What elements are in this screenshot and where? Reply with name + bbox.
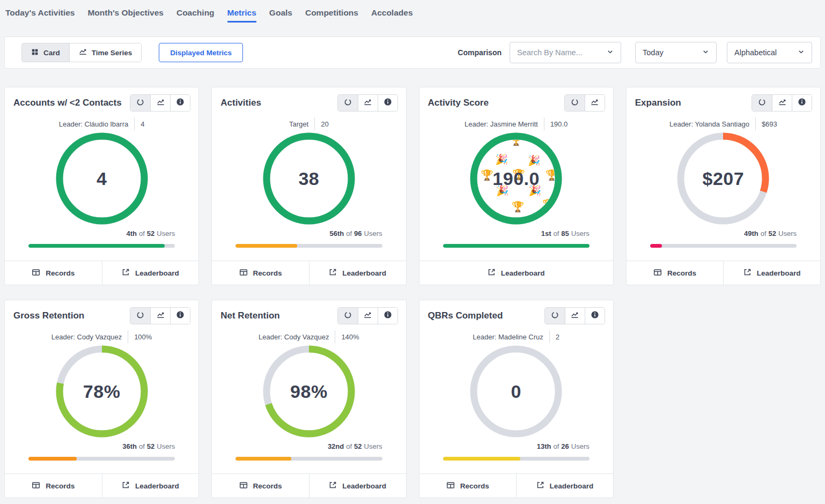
comparison-select[interactable]: Search By Name...: [510, 42, 621, 63]
chart-icon: [157, 98, 165, 108]
leader-value: 140%: [341, 333, 359, 341]
nav-tab-today-s-activities[interactable]: Today's Activities: [5, 8, 75, 23]
leader-value: 190.0: [550, 120, 568, 128]
leaderboard-label: Leaderboard: [135, 482, 179, 490]
info-icon: [384, 310, 392, 321]
external-link-icon: [122, 268, 130, 278]
rank-progress-track: [28, 244, 175, 248]
info-button[interactable]: [170, 308, 190, 324]
donut-view-button[interactable]: [565, 95, 585, 111]
card-icon-group: [337, 94, 398, 112]
rank-progress-track: [235, 457, 382, 461]
leaderboard-button[interactable]: Leaderboard: [102, 474, 199, 498]
leader-divider: [549, 330, 550, 343]
leaderboard-button[interactable]: Leaderboard: [419, 261, 613, 285]
rank-progress-track: [28, 457, 175, 461]
donut-view-button[interactable]: [130, 308, 150, 324]
rank-of-label: of: [346, 442, 352, 450]
records-button[interactable]: Records: [5, 261, 102, 285]
leader-value: 2: [556, 333, 559, 341]
top-nav: Today's ActivitiesMonth's ObjectivesCoac…: [0, 0, 825, 23]
date-filter-select[interactable]: Today: [635, 42, 717, 63]
card-title: Activity Score: [428, 98, 489, 108]
rank-users-label: Users: [364, 442, 382, 450]
info-button[interactable]: [792, 95, 812, 111]
metric-value: 190.0: [470, 132, 562, 225]
card-header: Activity Score: [419, 87, 613, 112]
sort-select[interactable]: Alphabetical: [727, 42, 812, 63]
records-button[interactable]: Records: [212, 474, 309, 498]
card-icon-group: [544, 307, 605, 324]
metric-value: 78%: [56, 345, 148, 438]
trend-view-button[interactable]: [358, 95, 378, 111]
metric-donut: 78%: [56, 345, 148, 438]
view-toggle: Card Time Series: [21, 43, 142, 62]
trend-view-button[interactable]: [358, 308, 378, 324]
nav-tab-goals[interactable]: Goals: [269, 8, 292, 23]
donut-view-button[interactable]: [545, 308, 565, 324]
records-button[interactable]: Records: [5, 474, 102, 498]
external-link-icon: [329, 268, 337, 278]
card-title: QBRs Completed: [428, 310, 503, 321]
leaderboard-button[interactable]: Leaderboard: [516, 474, 613, 498]
displayed-metrics-button[interactable]: Displayed Metrics: [159, 43, 243, 62]
leader-divider: [128, 330, 128, 343]
external-link-icon: [536, 481, 544, 491]
nav-tab-metrics[interactable]: Metrics: [227, 8, 256, 23]
trend-view-button[interactable]: [150, 308, 170, 324]
records-label: Records: [46, 482, 75, 490]
info-button[interactable]: [378, 95, 397, 111]
leaderboard-button[interactable]: Leaderboard: [102, 261, 199, 285]
card-footer: Leaderboard: [419, 261, 613, 285]
nav-tab-competitions[interactable]: Competitions: [305, 8, 358, 23]
metric-card: Activities: [211, 87, 406, 285]
records-button[interactable]: Records: [212, 261, 309, 285]
card-header: Gross Retention: [5, 300, 198, 324]
grid-icon: [31, 48, 39, 57]
rank-position: 1st: [541, 229, 551, 238]
leaderboard-button[interactable]: Leaderboard: [309, 261, 406, 285]
card-header: Accounts w/ <2 Contacts: [5, 87, 198, 112]
nav-tab-month-s-objectives[interactable]: Month's Objectives: [87, 8, 164, 23]
rank-users-label: Users: [157, 442, 175, 450]
metric-card: Net Retention: [211, 300, 406, 498]
time-series-view-button[interactable]: Time Series: [69, 43, 142, 62]
table-icon: [653, 268, 662, 278]
records-label: Records: [253, 269, 282, 277]
refresh-icon: [344, 98, 352, 108]
rank-users-label: Users: [364, 229, 382, 238]
trend-view-button[interactable]: [585, 95, 605, 111]
leaderboard-button[interactable]: Leaderboard: [723, 261, 820, 285]
leaderboard-button[interactable]: Leaderboard: [309, 474, 406, 498]
table-icon: [32, 268, 40, 278]
rank-total: 52: [147, 229, 154, 238]
trend-view-button[interactable]: [565, 308, 585, 324]
rank-row: 4th of 52 Users: [5, 229, 198, 238]
refresh-icon: [758, 98, 766, 108]
rank-row: 13th of 26 Users: [419, 442, 613, 450]
records-button[interactable]: Records: [627, 261, 724, 285]
donut-view-button[interactable]: [338, 308, 358, 324]
nav-tab-coaching[interactable]: Coaching: [176, 8, 215, 23]
info-button[interactable]: [585, 308, 605, 324]
card-footer: Records Leaderboard: [419, 473, 613, 498]
leader-divider: [335, 330, 335, 343]
trend-view-button[interactable]: [150, 95, 170, 111]
external-link-icon: [488, 268, 496, 278]
card-view-button[interactable]: Card: [22, 43, 69, 62]
card-header: QBRs Completed: [419, 300, 613, 324]
info-button[interactable]: [378, 308, 397, 324]
donut-view-button[interactable]: [130, 95, 150, 111]
rank-progress-fill: [235, 457, 291, 461]
nav-tab-accolades[interactable]: Accolades: [371, 8, 413, 23]
records-button[interactable]: Records: [419, 474, 517, 498]
refresh-icon: [551, 311, 559, 321]
leader-divider: [544, 117, 544, 130]
info-button[interactable]: [170, 95, 190, 111]
trend-view-button[interactable]: [772, 95, 792, 111]
refresh-icon: [136, 98, 144, 108]
refresh-icon: [344, 311, 352, 321]
donut-view-button[interactable]: [338, 95, 358, 111]
donut-view-button[interactable]: [752, 95, 772, 111]
rank-position: 36th: [122, 442, 137, 450]
